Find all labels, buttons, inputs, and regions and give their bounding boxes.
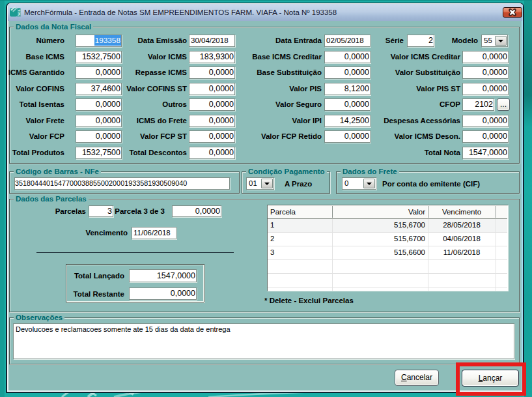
svg-text:hos: hos: [16, 9, 21, 17]
